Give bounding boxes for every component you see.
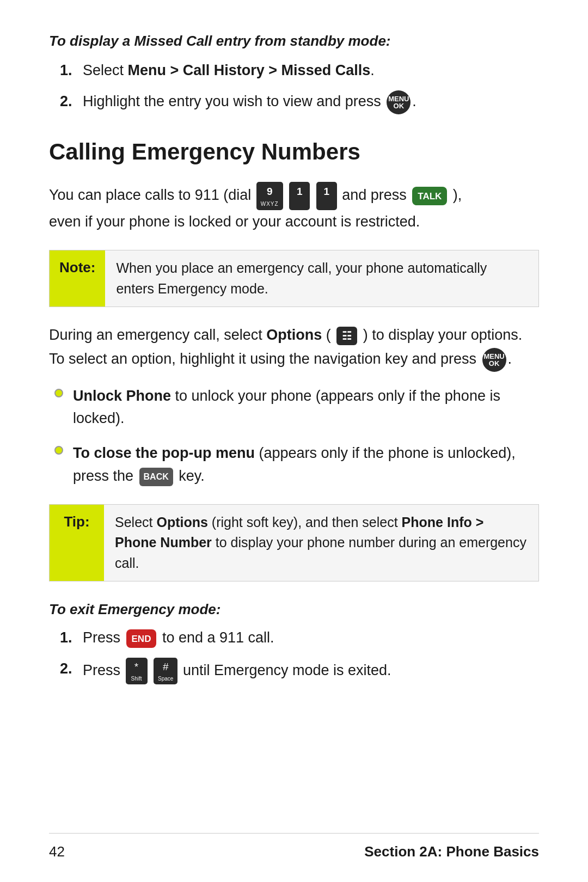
page-footer: 42 Section 2A: Phone Basics: [49, 833, 539, 860]
intro-step-1: 1. Select Menu > Call History > Missed C…: [60, 59, 539, 82]
exit-heading: To exit Emergency mode:: [49, 601, 539, 618]
bullet-list: Unlock Phone to unlock your phone (appea…: [49, 385, 539, 488]
hash-key-icon: #Space: [154, 658, 177, 685]
tip-box: Tip: Select Options (right soft key), an…: [49, 504, 539, 582]
intro-section: To display a Missed Call entry from stan…: [49, 33, 539, 114]
exit-step-text-1: Press END to end a 911 call.: [83, 627, 539, 649]
back-key-icon: BACK: [139, 468, 173, 486]
intro-steps: 1. Select Menu > Call History > Missed C…: [49, 59, 539, 114]
exit-steps: 1. Press END to end a 911 call. 2. Press…: [49, 627, 539, 684]
talk-key-icon: TALK: [412, 187, 447, 205]
end-key-icon: END: [126, 629, 157, 648]
emergency-para: You can place calls to 911 (dial 9WXYZ 1…: [49, 182, 539, 234]
bullet-text-2: To close the pop-up menu (appears only i…: [73, 442, 539, 488]
menu-ok-icon-2: MENUOK: [482, 348, 506, 372]
bullet-item-2: To close the pop-up menu (appears only i…: [54, 442, 539, 488]
note-label: Note:: [50, 250, 105, 307]
tip-label: Tip:: [50, 505, 104, 581]
bullet-dot-2: [54, 446, 63, 455]
intro-step-2: 2. Highlight the entry you wish to view …: [60, 90, 539, 114]
exit-step-text-2: Press *Shift #Space until Emergency mode…: [83, 658, 539, 685]
step-num-2: 2.: [60, 90, 75, 113]
tip-content: Select Options (right soft key), and the…: [104, 505, 538, 581]
exit-step-2: 2. Press *Shift #Space until Emergency m…: [60, 658, 539, 685]
intro-heading: To display a Missed Call entry from stan…: [49, 33, 539, 50]
note-content: When you place an emergency call, your p…: [105, 250, 538, 307]
key-9-icon: 9WXYZ: [256, 182, 283, 210]
footer-page-number: 42: [49, 843, 65, 860]
key-1b-icon: 1: [316, 182, 337, 210]
note-box: Note: When you place an emergency call, …: [49, 250, 539, 307]
step-num-1: 1.: [60, 59, 75, 82]
menu-ok-button-icon: MENUOK: [387, 90, 411, 114]
shift-key-icon: *Shift: [126, 658, 148, 685]
options-key-icon: ☷: [336, 327, 357, 345]
bullet-text-1: Unlock Phone to unlock your phone (appea…: [73, 385, 539, 431]
exit-step-num-2: 2.: [60, 658, 75, 680]
key-1a-icon: 1: [289, 182, 310, 210]
bullet-item-1: Unlock Phone to unlock your phone (appea…: [54, 385, 539, 431]
step-text-2: Highlight the entry you wish to view and…: [83, 90, 539, 114]
during-emergency-para: During an emergency call, select Options…: [49, 323, 539, 371]
calling-emergency-heading: Calling Emergency Numbers: [49, 138, 539, 166]
step-text-1: Select Menu > Call History > Missed Call…: [83, 59, 539, 82]
exit-step-1: 1. Press END to end a 911 call.: [60, 627, 539, 649]
footer-section-label: Section 2A: Phone Basics: [364, 843, 539, 860]
exit-step-num-1: 1.: [60, 627, 75, 649]
bullet-dot-1: [54, 389, 63, 397]
